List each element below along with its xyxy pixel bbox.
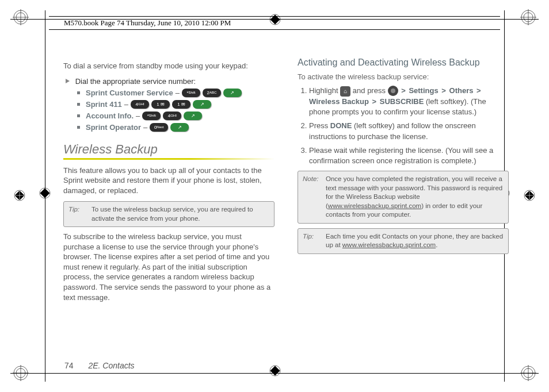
section-heading-wireless-backup: Wireless Backup	[63, 142, 274, 157]
chevron-right-icon: >	[475, 86, 482, 95]
reg-right	[524, 190, 535, 203]
key-star-icon: * Shift	[182, 89, 200, 97]
tip-body: To use the wireless backup service, you …	[92, 205, 269, 223]
intro-line: To dial a service from standby mode usin…	[63, 61, 274, 71]
left-column: To dial a service from standby mode usin…	[63, 57, 274, 308]
section-label: 2E. Contacts	[88, 361, 134, 370]
reg-bottom	[269, 365, 281, 378]
wb-paragraph-2: To subscribe to the wireless backup serv…	[63, 232, 274, 302]
page-number: 74	[64, 361, 74, 370]
square-bullet-icon	[77, 103, 80, 106]
tip-box-backup: Tip: Each time you edit Contacts on your…	[298, 228, 509, 254]
reg-corner-br	[520, 365, 536, 383]
reg-corner-tr	[520, 9, 536, 27]
service-number-list: Sprint Customer Service – * Shift 2 ABC …	[77, 89, 274, 132]
service-sprint-customer: Sprint Customer Service – * Shift 2 ABC …	[77, 89, 274, 97]
note-body: Once you have completed the registration…	[326, 175, 504, 220]
key-1-icon: 1 ✉	[151, 100, 170, 109]
key-call-icon: ↗	[184, 112, 202, 120]
key-call-icon: ↗	[193, 100, 211, 109]
service-sprint-411: Sprint 411 – 4 GHI 1 ✉ 1 ✉ ↗	[77, 100, 274, 109]
link-wirelessbackup[interactable]: www.wirelessbackup.sprint.com	[342, 241, 436, 248]
tip-label: Tip:	[68, 205, 88, 223]
activate-steps: Highlight ⌂ and press > Settings > Other…	[298, 86, 509, 166]
chevron-right-icon: >	[440, 86, 447, 95]
chevron-right-icon: >	[371, 97, 378, 106]
reg-corner-tl	[13, 9, 29, 27]
tip-body: Each time you edit Contacts on your phon…	[326, 232, 504, 250]
svg-rect-31	[270, 366, 280, 376]
playhead-icon	[66, 79, 70, 83]
home-icon: ⌂	[340, 86, 350, 97]
key-0-icon: 0 Next	[150, 123, 168, 132]
tip-label: Tip:	[303, 232, 322, 250]
reg-left2	[39, 187, 51, 201]
link-wirelessbackup[interactable]: www.wirelessbackup.sprint.com	[328, 202, 421, 209]
key-call-icon: ↗	[223, 89, 242, 97]
reg-corner-bl	[13, 365, 29, 383]
service-account-info: Account Info. – * Shift 4 GHI ↗	[77, 112, 274, 120]
svg-rect-25	[40, 189, 50, 198]
key-1-icon: 1 ✉	[172, 100, 190, 109]
square-bullet-icon	[77, 126, 80, 129]
tip-box-activate: Tip: To use the wireless backup service,…	[63, 201, 274, 227]
nav-key-icon	[388, 86, 398, 96]
running-header: M570.book Page 74 Thursday, June 10, 201…	[49, 16, 500, 30]
step-1: Highlight ⌂ and press > Settings > Other…	[309, 86, 509, 117]
square-bullet-icon	[77, 91, 80, 94]
reg-left	[14, 190, 25, 203]
activate-lead: To activate the wireless backup service:	[298, 72, 509, 81]
wb-paragraph-1: This feature allows you to back up all o…	[63, 166, 274, 196]
subheading-activating: Activating and Deactivating Wireless Bac…	[298, 57, 509, 68]
heading-underline	[63, 158, 274, 160]
dial-instruction: Dial the appropriate service number:	[75, 77, 196, 86]
square-bullet-icon	[77, 114, 80, 117]
header-text: M570.book Page 74 Thursday, June 10, 201…	[64, 18, 231, 27]
note-box-registration: Note: Once you have completed the regist…	[298, 171, 509, 224]
key-star-icon: * Shift	[142, 112, 161, 120]
right-column: Activating and Deactivating Wireless Bac…	[298, 57, 509, 308]
step-2: Press DONE (left softkey) and follow the…	[309, 121, 509, 141]
page-footer: 74 2E. Contacts	[64, 361, 135, 370]
key-call-icon: ↗	[170, 123, 189, 132]
step-3: Please wait while registering the licens…	[309, 145, 509, 166]
key-2-icon: 2 ABC	[203, 89, 221, 97]
key-4-icon: 4 GHI	[131, 100, 149, 109]
chevron-right-icon: >	[400, 86, 407, 95]
note-label: Note:	[303, 175, 322, 220]
service-sprint-operator: Sprint Operator – 0 Next ↗	[77, 123, 274, 132]
key-4-icon: 4 GHI	[163, 112, 181, 120]
